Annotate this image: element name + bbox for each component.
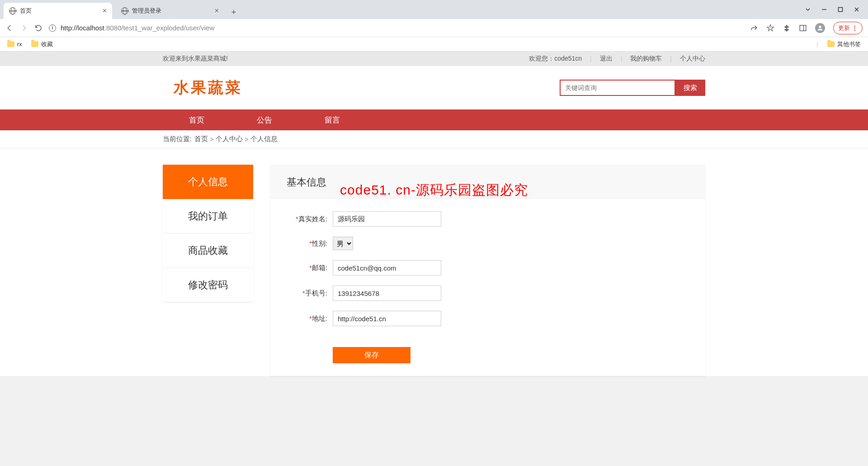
sidebar: 个人信息 我的订单 商品收藏 修改密码 <box>163 165 253 302</box>
sidebar-item-orders[interactable]: 我的订单 <box>163 199 253 233</box>
browser-tab-strip: 首页 × 管理员登录 × + <box>0 0 868 19</box>
browser-tab-inactive[interactable]: 管理员登录 × <box>116 3 224 19</box>
side-panel-icon[interactable] <box>799 24 807 32</box>
globe-icon <box>9 7 16 14</box>
window-controls <box>797 0 868 19</box>
nav-home[interactable]: 首页 <box>163 109 231 130</box>
welcome-text: 欢迎来到水果蔬菜商城! <box>163 55 228 63</box>
email-label: *邮箱: <box>287 264 327 272</box>
browser-tab-active[interactable]: 首页 × <box>4 3 112 19</box>
chevron-right-icon: > <box>245 135 249 143</box>
name-label: *真实姓名: <box>287 215 327 223</box>
globe-icon <box>121 7 128 14</box>
update-button[interactable]: 更新⋮ <box>833 22 863 34</box>
phone-label: *手机号: <box>287 289 327 298</box>
bookmarks-bar: rx 收藏 |其他书签 <box>0 37 868 52</box>
address-input[interactable] <box>333 311 441 326</box>
svg-point-2 <box>819 25 821 28</box>
chevron-right-icon: > <box>210 135 214 143</box>
email-input[interactable] <box>333 260 441 276</box>
name-input[interactable] <box>333 211 441 227</box>
breadcrumb: 当前位置: 首页 > 个人中心 > 个人信息 <box>0 130 868 148</box>
folder-icon <box>31 41 38 47</box>
sidebar-item-info[interactable]: 个人信息 <box>163 165 253 199</box>
chevron-down-icon[interactable] <box>805 6 811 13</box>
sidebar-item-password[interactable]: 修改密码 <box>163 268 253 302</box>
browser-toolbar: i http://localhost:8080/test1_war_explod… <box>0 19 868 37</box>
address-bar[interactable]: i http://localhost:8080/test1_war_explod… <box>49 24 744 32</box>
nav-message[interactable]: 留言 <box>298 109 366 130</box>
bookmark-item[interactable]: rx <box>7 41 22 48</box>
forward-icon[interactable] <box>20 24 28 32</box>
gender-label: *性别: <box>287 239 327 248</box>
new-tab-button[interactable]: + <box>227 5 241 19</box>
save-button[interactable]: 保存 <box>333 347 410 363</box>
greeting: 欢迎您：code51cn <box>529 55 582 63</box>
gender-select[interactable]: 男 <box>333 237 353 250</box>
phone-input[interactable] <box>333 285 441 301</box>
crumb-home[interactable]: 首页 <box>194 135 208 143</box>
sidebar-item-favorites[interactable]: 商品收藏 <box>163 233 253 268</box>
content: 个人信息 我的订单 商品收藏 修改密码 基本信息 *真实姓名: *性别: 男 *… <box>163 165 705 376</box>
minimize-icon[interactable] <box>821 6 827 13</box>
site-logo[interactable]: 水果蔬菜 <box>174 77 242 98</box>
folder-icon <box>7 41 14 47</box>
other-bookmarks[interactable]: |其他书签 <box>817 40 861 48</box>
main-nav: 首页 公告 留言 <box>0 109 868 130</box>
svg-rect-0 <box>839 8 843 12</box>
site-info-icon[interactable]: i <box>49 24 56 32</box>
crumb-profile[interactable]: 个人中心 <box>216 135 243 143</box>
url-text: http://localhost:8080/test1_war_exploded… <box>61 24 214 32</box>
search-box: 搜索 <box>560 80 705 96</box>
share-icon[interactable] <box>750 24 758 32</box>
search-button[interactable]: 搜索 <box>675 80 705 96</box>
site-header: 水果蔬菜 搜索 <box>0 66 868 109</box>
close-icon[interactable]: × <box>103 7 107 15</box>
breadcrumb-label: 当前位置: <box>163 135 192 143</box>
bookmark-item[interactable]: 收藏 <box>31 40 53 48</box>
folder-icon <box>827 41 835 47</box>
close-window-icon[interactable] <box>854 6 860 13</box>
search-input[interactable] <box>560 80 675 96</box>
svg-rect-1 <box>800 25 806 31</box>
crumb-current: 个人信息 <box>250 135 278 143</box>
logout-link[interactable]: 退出 <box>600 55 613 63</box>
cart-link[interactable]: 我的购物车 <box>630 55 662 63</box>
profile-form: *真实姓名: *性别: 男 *邮箱: *手机号: *地址: <box>270 199 705 376</box>
star-icon[interactable] <box>766 24 774 32</box>
profile-link[interactable]: 个人中心 <box>680 55 705 63</box>
maximize-icon[interactable] <box>837 6 844 13</box>
back-icon[interactable] <box>5 24 14 32</box>
toolbar-right: 更新⋮ <box>750 22 863 34</box>
panel-title: 基本信息 <box>270 165 705 199</box>
extensions-icon[interactable] <box>783 24 791 32</box>
tab-title: 管理员登录 <box>132 7 161 15</box>
main-panel: 基本信息 *真实姓名: *性别: 男 *邮箱: *手机号: <box>270 165 705 376</box>
profile-avatar-icon[interactable] <box>815 23 825 33</box>
reload-icon[interactable] <box>34 24 42 32</box>
nav-notice[interactable]: 公告 <box>231 109 298 130</box>
close-icon[interactable]: × <box>215 7 219 15</box>
address-label: *地址: <box>287 314 327 323</box>
page: 欢迎来到水果蔬菜商城! 欢迎您：code51cn | 退出 | 我的购物车 | … <box>0 52 868 376</box>
tab-title: 首页 <box>20 7 32 15</box>
site-topbar: 欢迎来到水果蔬菜商城! 欢迎您：code51cn | 退出 | 我的购物车 | … <box>0 52 868 66</box>
